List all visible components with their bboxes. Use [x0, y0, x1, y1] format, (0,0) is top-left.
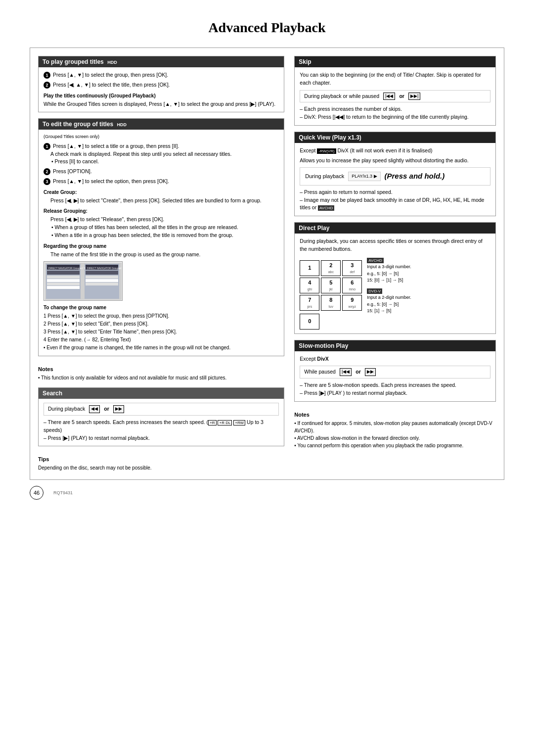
avchd-eg2: 15: [0] → [1] → [5]	[367, 277, 411, 284]
slow-motion-content: Except DivX While paused |◀◀ or ▶▶ – The…	[295, 351, 495, 401]
play-badge: PLAY/x1.3 ▶	[348, 172, 380, 182]
avchd-badge: AVCHD	[318, 205, 334, 211]
dvdv-eg2: 15: [1] → [5]	[367, 308, 411, 315]
press-hold-text: (Press and hold.)	[385, 171, 445, 182]
release-grouping-text: Press [◀, ▶] to select "Release", then p…	[50, 216, 279, 224]
numpad-grid: 1 2abc 3def 4ghi 5jkl 6mno 7prs 8tuv 9wx…	[300, 260, 362, 311]
skip-row: During playback or while paused |◀◀ or ▶…	[300, 90, 490, 103]
group-name-label: Regarding the group name	[44, 242, 279, 250]
hdd-note: (Grouped Titles screen only)	[44, 134, 279, 141]
quick-view-content: Except -RW(VR) DivX (It will not work ev…	[295, 143, 495, 216]
screenshots-row: DIRECT NAVIGATOR Grouped Titles DIRECT N…	[44, 261, 279, 301]
slow-motion-header: Slow-motion Play	[295, 340, 495, 351]
svg-rect-12	[86, 271, 118, 275]
svg-rect-7	[47, 279, 80, 282]
slow-fwd-btn: ▶▶	[365, 368, 376, 376]
search-section: Search During playback ◀◀ or ▶▶ – There …	[38, 387, 284, 446]
edit-hdd-badge: HDD	[115, 122, 129, 128]
footer: 46 RQT9431	[30, 486, 504, 500]
edit-group-content: (Grouped Titles screen only) 1 Press [▲,…	[39, 130, 284, 356]
svg-text:DIRECT NAVIGATOR Grouped Title: DIRECT NAVIGATOR Grouped Titles	[48, 267, 89, 270]
numpad-1[interactable]: 1	[300, 260, 319, 276]
badge-r: +R	[208, 420, 216, 425]
release-bullet2: • When a title in a group has been selec…	[51, 232, 279, 239]
edit-group-header: To edit the group of titles HDD	[39, 119, 284, 130]
dvdv-desc: Input a 2-digit number.	[367, 294, 411, 301]
grouped-titles-content: 1 Press [▲, ▼] to select the group, then…	[39, 67, 284, 112]
grouped-titles-section: To play grouped titles HDD 1 Press [▲, ▼…	[38, 56, 284, 112]
notes2-item3: • You cannot perform this operation when…	[294, 442, 496, 449]
play-titles-text: While the Grouped Titles screen is displ…	[44, 100, 279, 108]
grouped-titles-header: To play grouped titles HDD	[39, 56, 284, 67]
numpad-2[interactable]: 2abc	[321, 260, 341, 276]
create-group-label: Create Group:	[44, 189, 279, 196]
tips-title: Tips	[38, 456, 284, 462]
step-2: 2 Press [◀, ▲, ▼] to select the title, t…	[44, 81, 279, 89]
skip-content: You can skip to the beginning (or the en…	[295, 67, 495, 125]
group-name-text: The name of the first title in the group…	[50, 251, 279, 259]
quick-view-bullet2: – Image may not be played back smoothly …	[300, 196, 490, 212]
avchd-desc: Input a 3-digit number.	[367, 264, 411, 271]
slow-motion-section: Slow-motion Play Except DivX While pause…	[294, 340, 496, 402]
notes-section: Notes • This function is only available …	[38, 366, 284, 381]
numpad-0[interactable]: 0	[300, 314, 319, 330]
slow-back-btn: |◀◀	[340, 368, 352, 376]
direct-play-content: During playback, you can access specific…	[295, 234, 495, 333]
notes2-title: Notes	[294, 412, 496, 418]
svg-rect-6	[47, 276, 80, 279]
skip-header: Skip	[295, 56, 495, 67]
numpad-9[interactable]: 9wxyz	[342, 295, 362, 311]
notes2-item1: • If continued for approx. 5 minutes, sl…	[294, 420, 496, 434]
slow-bullet2: – Press [▶] (PLAY ) to restart normal pl…	[300, 389, 490, 397]
screenshot-1: DIRECT NAVIGATOR Grouped Titles DIRECT N…	[44, 261, 123, 301]
edit-group-section: To edit the group of titles HDD (Grouped…	[38, 118, 284, 356]
badge-rdl: +R DL	[218, 420, 232, 425]
svg-rect-14	[86, 279, 118, 282]
svg-rect-5	[47, 271, 80, 275]
avchd-label: AVCHD	[367, 258, 383, 263]
quick-view-section: Quick View (Play x1.3) Except -RW(VR) Di…	[294, 132, 496, 216]
quick-view-header: Quick View (Play x1.3)	[295, 132, 495, 143]
ff-btn: ▶▶	[113, 405, 124, 413]
svg-text:DIRECT NAVIGATOR Grouped Title: DIRECT NAVIGATOR Grouped Titles	[87, 267, 122, 270]
numpad-6[interactable]: 6mno	[342, 278, 362, 293]
tips-text: Depending on the disc, search may not be…	[38, 464, 284, 472]
change-step-2: 2 Press [▲, ▼] to select "Edit", then pr…	[44, 320, 279, 328]
hdd-badge: HDD	[105, 59, 119, 65]
change-step-3: 3 Press [▲, ▼] to select "Enter Title Na…	[44, 328, 279, 336]
notes2-item2: • AVCHD allows slow-motion in the forwar…	[294, 434, 496, 442]
search-playback-row: During playback ◀◀ or ▶▶	[44, 403, 279, 416]
direct-play-section: Direct Play During playback, you can acc…	[294, 222, 496, 334]
numpad-4[interactable]: 4ghi	[300, 278, 319, 293]
numpad-5[interactable]: 5jkl	[321, 278, 341, 293]
edit-step-1: 1 Press [▲, ▼] to select a title or a gr…	[44, 142, 279, 150]
play-titles-sub: Play the titles continuously (Grouped Pl…	[44, 92, 279, 99]
svg-rect-13	[86, 276, 118, 279]
quick-view-except: Except -RW(VR) DivX (It will not work ev…	[300, 147, 490, 155]
notes2-section: Notes • If continued for approx. 5 minut…	[294, 412, 496, 449]
press-hold-box: During playback PLAY/x1.3 ▶ (Press and h…	[300, 167, 490, 186]
change-step-4: 4 Enter the name. (→ 82, Entering Text)	[44, 336, 279, 344]
slow-bullet1: – There are 5 slow-motion speeds. Each p…	[300, 381, 490, 389]
page-title: Advanced Playback	[30, 20, 504, 36]
right-column: Skip You can skip to the beginning (or t…	[294, 56, 496, 472]
create-group-text: Press [◀, ▶] to select "Create", then pr…	[50, 197, 279, 205]
avchd-eg: e.g., 5: [0] → [5]	[367, 271, 411, 278]
badge-rw: +RW	[233, 420, 245, 425]
edit-step-2: 2 Press [OPTION].	[44, 168, 279, 176]
skip-back-btn: |◀◀	[383, 93, 395, 100]
skip-bullet2: – DivX: Press [|◀◀] to return to the beg…	[300, 113, 490, 121]
search-header: Search	[39, 388, 284, 399]
quick-view-text: Allows you to increase the play speed sl…	[300, 157, 490, 165]
numpad-8[interactable]: 8tuv	[321, 295, 341, 311]
numpad-layout: 1 2abc 3def 4ghi 5jkl 6mno 7prs 8tuv 9wx…	[300, 257, 490, 330]
numpad-3[interactable]: 3def	[342, 260, 362, 276]
search-text1: – There are 5 search speeds. Each press …	[44, 419, 279, 434]
svg-rect-8	[47, 283, 80, 285]
rw-badge: -RW(VR)	[317, 148, 336, 154]
skip-section: Skip You can skip to the beginning (or t…	[294, 56, 496, 126]
during-playback-label: During playback	[305, 172, 344, 181]
numpad-7[interactable]: 7prs	[300, 295, 319, 311]
change-group-name-label: To change the group name	[44, 304, 279, 311]
step-1: 1 Press [▲, ▼] to select the group, then…	[44, 71, 279, 79]
